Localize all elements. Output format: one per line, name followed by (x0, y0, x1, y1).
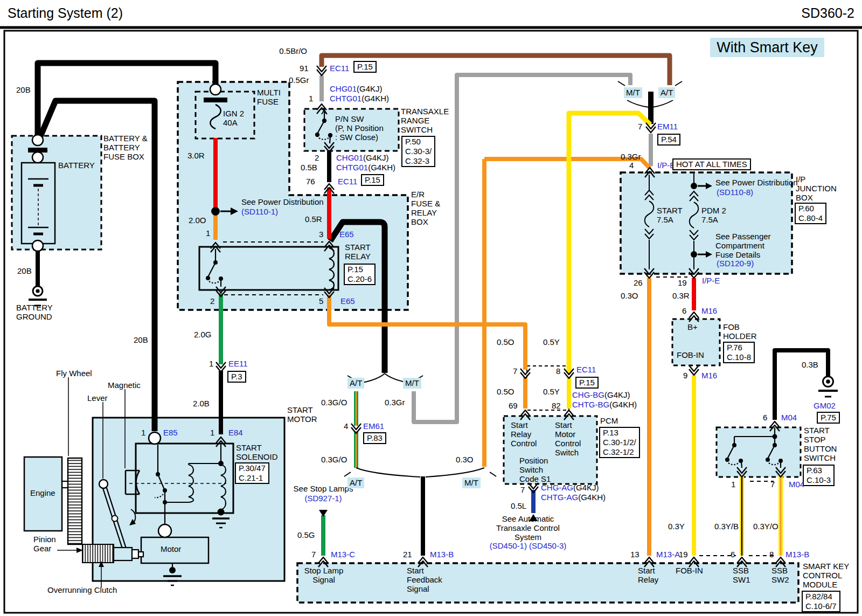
with-smart-key-badge: With Smart Key (710, 38, 824, 57)
pin-number: 1 (141, 428, 145, 437)
hot-at-all-times-tag: HOT AT ALL TIMES (672, 158, 751, 170)
page-title: Starting System (2) (8, 5, 123, 20)
module-ssb-sw1: SSB SW1 (733, 566, 750, 584)
wire-label: 0.3Y (668, 522, 685, 531)
connector-ipe: I/P-E (702, 276, 720, 285)
ipjb-ref: P.60 C.80-4 (795, 203, 826, 224)
pin-number: 1 (209, 359, 213, 368)
pcm-label: PCM (600, 416, 618, 425)
pin-number: 7 (520, 485, 525, 494)
trs-label: TRANSAXLE RANGE SWITCH (401, 107, 449, 134)
wire-label: 2.0O (189, 216, 206, 225)
engine-variant: (G4KH) (368, 163, 395, 172)
connector-e65: E65 (339, 230, 354, 239)
connector-m16: M16 (701, 306, 717, 315)
connector-e65: E65 (340, 296, 355, 306)
wire-label: 0.5Br/O (253, 46, 307, 56)
harness-label: CHG-AG(G4KJ) (541, 483, 599, 492)
wire-label: 0.5Y (543, 337, 560, 347)
magnetic-label: Magnetic (108, 380, 141, 390)
wire-label: 0.3R (672, 291, 690, 300)
solenoid-label: START SOLENOID (236, 443, 278, 461)
pin-number: 7 (513, 366, 517, 376)
see-power-dist-label: See Power Distribution (241, 197, 324, 206)
fuse-start-label: START 7.5A (657, 206, 683, 224)
wire-label: 0.3B (802, 360, 818, 369)
ee11-ref: P.3 (227, 371, 246, 383)
engine-variant: (G4KH) (609, 400, 637, 409)
pcm-ref: P.13 C.30-1/2/ C.32-1/2 (599, 427, 640, 458)
battery-fuse-box (12, 136, 101, 250)
motor-label: Motor (161, 544, 181, 553)
battery-box-label: BATTERY & BATTERY FUSE BOX (103, 134, 148, 161)
at-branch-tag: A/T (347, 378, 364, 389)
harness-label: CHG01(G4KJ) (330, 84, 383, 93)
harness-name: CHG01 (330, 84, 357, 93)
trs-ref: P.50 C.30-3/ C.32-3 (401, 136, 435, 167)
wire-label: 0.5O (497, 387, 515, 396)
start-relay-label: START RELAY (345, 243, 371, 261)
connector-ec11: EC11 (576, 365, 596, 374)
engine-variant: (G4KJ) (357, 84, 383, 93)
pin-number: 3 (319, 230, 323, 239)
pin-number: 1 (731, 480, 735, 489)
wire-label: 2.0B (193, 399, 210, 408)
harness-label: CHTG01(G4KH) (330, 94, 389, 103)
pin-number: 69 (509, 401, 518, 410)
wire-label: 0.5G (297, 530, 315, 539)
harness-name: CHG-BG (572, 390, 604, 399)
mt-branch-tag: M/T (403, 378, 421, 389)
ec11-ref: P.15 (575, 377, 599, 389)
skcm-ref: P.82/84 C.10-6/7 (802, 591, 840, 612)
skcm-label: SMART KEY CONTROL MODULE (803, 562, 849, 589)
pin-number: 1 (309, 94, 313, 103)
see-power-dist-label: See Power Distribution (715, 178, 798, 187)
wire-label: 0.5L (511, 501, 526, 510)
sd450-ref: (SD450-1) (SD450-3) (479, 541, 576, 550)
fuse-pdm2-label: PDM 2 7.5A (701, 206, 726, 224)
fob-in-label: FOB-IN (677, 350, 704, 359)
overrunning-clutch-label: Overrunning Clutch (47, 585, 117, 594)
sd110-8-ref: (SD110-8) (717, 188, 753, 197)
harness-name: CHTG01 (336, 163, 368, 172)
pin-number: 8 (769, 550, 774, 559)
harness-label: CHG-BG(G4KJ) (572, 390, 630, 399)
wire-label: 0.3G/O (321, 455, 347, 464)
wire-label: 0.3Y/O (753, 522, 778, 531)
connector-m13a: M13-A (656, 550, 680, 559)
wire-label: 0.3Y/B (714, 522, 739, 531)
fob-holder-label: FOB HOLDER (723, 322, 757, 341)
multi-fuse-label: MULTI FUSE (257, 88, 281, 106)
connector-m16: M16 (701, 371, 717, 380)
wire-label: 20B (134, 335, 148, 344)
sd110-1-ref: (SD110-1) (241, 207, 278, 216)
page-code: SD360-2 (765, 5, 854, 20)
engine-variant: (G4KH) (578, 493, 606, 502)
harness-name: CHTG-AG (541, 493, 578, 502)
ec11-ref: P.15 (353, 61, 377, 73)
fob-ref: P.76 C.10-8 (723, 342, 755, 363)
wire-label: 2.0G (194, 330, 212, 339)
connector-em11: EM11 (657, 122, 678, 131)
sd927-ref: (SD927-1) (296, 494, 350, 503)
pin-number: 1 (210, 428, 214, 437)
harness-name: CHG01 (336, 153, 363, 162)
pin-number: 21 (403, 550, 412, 559)
ec11-ref: P.15 (361, 174, 384, 186)
wiring-diagram-page: Starting System (2) SD360-2 See Automati… (0, 0, 862, 616)
connector-m13b: M13-B (430, 550, 454, 559)
at-branch-tag: A/T (658, 87, 675, 98)
wire-label: 20B (17, 266, 32, 275)
wire-label: 0.3Gr (621, 152, 641, 161)
harness-label: CHTG-BG(G4KH) (572, 400, 637, 409)
battery-label: BATTERY (58, 161, 95, 170)
er-box-label: E/R FUSE & RELAY BOX (411, 190, 440, 226)
solenoid-ref: P.30/47 C.21-1 (235, 462, 269, 484)
pcm-start-relay-control: Start Relay Control (511, 420, 537, 448)
start-motor-label: START MOTOR (287, 405, 317, 424)
pin-number: 6 (763, 413, 767, 422)
pin-number: 9 (683, 371, 687, 380)
harness-label: CHG01(G4KJ) (336, 153, 389, 162)
pin-number: 2 (210, 296, 214, 306)
wire-label: 0.3O (621, 291, 638, 300)
